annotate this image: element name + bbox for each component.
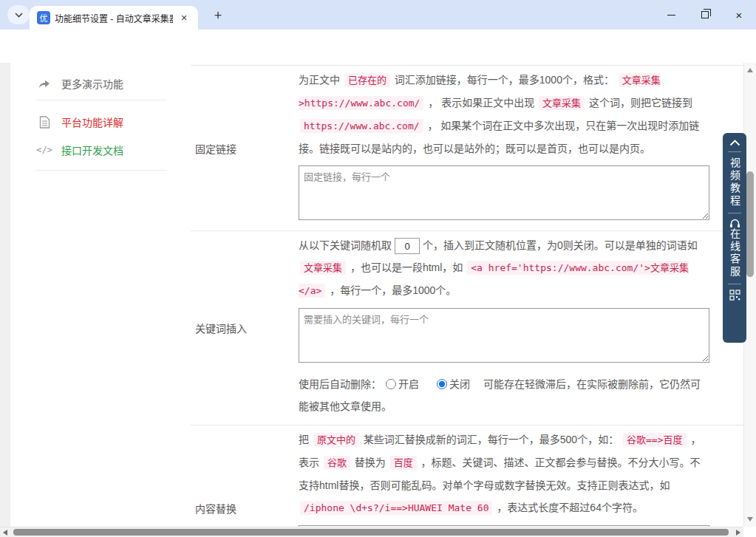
scroll-left-arrow[interactable] — [3, 530, 7, 536]
chevron-up-icon — [729, 140, 740, 146]
sidebar-divider — [35, 170, 167, 171]
scroll-up-arrow[interactable] — [747, 68, 753, 72]
code-snippet: 百度 — [390, 456, 417, 470]
description-text: ，表达式长度不超过64个字符。 — [494, 502, 642, 513]
scroll-right-arrow[interactable] — [736, 530, 740, 536]
code-snippet: 原文中的 — [313, 433, 359, 447]
code-icon: </> — [37, 145, 52, 155]
back-to-top-button[interactable] — [729, 140, 740, 146]
radio-input[interactable] — [386, 379, 396, 389]
sidebar-item-label: 接口开发文档 — [61, 143, 123, 157]
sidebar-item-api-docs[interactable]: </> 接口开发文档 — [10, 137, 191, 163]
window-controls: × — [654, 0, 756, 30]
active-tab[interactable]: 优 功能细节设置 - 自动文章采集器 × — [30, 6, 198, 30]
code-snippet: 谷歌 — [324, 456, 350, 470]
sidebar-item-more-demos[interactable]: 更多演示功能 — [10, 67, 191, 100]
description-text: 个，插入到正文随机位置，为0则关闭。可以是单独的词语如 — [423, 239, 698, 251]
field-description: 为正文中 已存在的 词汇添加链接，每行一个，最多1000个，格式： 文章采集>h… — [299, 69, 709, 160]
field-label: 内容替换 — [191, 425, 299, 537]
code-snippet: 文章采集 — [300, 261, 346, 275]
sidebar-divider — [35, 100, 167, 100]
description-text: 把 — [299, 434, 312, 445]
video-tutorial-button[interactable]: 视频教程 — [729, 157, 740, 208]
description-text: ，也可以是一段html，如 — [347, 261, 466, 273]
floating-help-bar: 视频教程 在线客服 — [723, 133, 746, 343]
sidebar: 更多演示功能 平台功能详解 </> 接口开发文档 — [10, 63, 191, 171]
radio-label: 关闭 — [449, 378, 470, 390]
auto-delete-label: 使用后自动删除： — [299, 378, 381, 390]
headset-icon — [729, 219, 740, 228]
radio-option[interactable]: 关闭 — [437, 378, 470, 390]
page-content: 更多演示功能 平台功能详解 </> 接口开发文档 固定链接 为正文中 — [0, 63, 756, 537]
new-tab-button[interactable]: + — [210, 7, 226, 24]
scroll-down-arrow[interactable] — [747, 517, 753, 521]
section-content-replace: 内容替换 把 原文中的 某些词汇替换成新的词汇，每行一个，最多500个，如： 谷… — [191, 425, 743, 537]
keyword-count-input[interactable] — [395, 238, 420, 254]
description-text: 这个词，则把它链接到 — [586, 97, 692, 109]
keywords-textarea[interactable] — [299, 308, 709, 363]
page-left-margin — [0, 63, 10, 527]
description-text: 替换为 — [352, 456, 389, 468]
code-snippet: /iphone \d+s?/i==>HUAWEI Mate 60 — [300, 501, 492, 515]
radio-option[interactable]: 开启 — [386, 378, 419, 390]
code-snippet: https://www.abc.com/ — [300, 119, 423, 133]
section-fixed-links: 固定链接 为正文中 已存在的 词汇添加链接，每行一个，最多1000个，格式： 文… — [191, 66, 743, 231]
window-close-button[interactable]: × — [722, 0, 756, 30]
description-text: 从以下关键词随机取 — [299, 239, 392, 251]
minimize-icon — [667, 15, 675, 16]
radio-label: 开启 — [398, 378, 419, 390]
auto-delete-row: 使用后自动删除：开启关闭可能存在轻微滞后，在实际被删除前，它仍然可能被其他文章使… — [299, 373, 709, 417]
share-arrow-icon — [37, 78, 52, 89]
fixed-links-textarea[interactable] — [299, 165, 709, 220]
tab-search-button[interactable] — [7, 5, 30, 24]
restore-button[interactable] — [688, 0, 722, 30]
minimize-button[interactable] — [654, 0, 688, 30]
sidebar-item-label: 平台功能详解 — [61, 114, 123, 129]
description-text: ， 表示如果正文中出现 — [425, 97, 537, 109]
sidebar-item-label: 更多演示功能 — [61, 76, 123, 91]
field-description: 把 原文中的 某些词汇替换成新的词汇，每行一个，最多500个，如： 谷歌==>百… — [299, 428, 709, 519]
tab-close-button[interactable]: × — [177, 11, 191, 24]
horizontal-scrollbar-thumb[interactable] — [13, 529, 729, 536]
divider — [728, 213, 741, 213]
chevron-down-icon — [15, 13, 23, 18]
description-text: ，每行一个，最多1000个。 — [327, 284, 456, 296]
field-label: 关键词插入 — [191, 231, 299, 425]
radio-input[interactable] — [437, 379, 447, 389]
field-description: 从以下关键词随机取个，插入到正文随机位置，为0则关闭。可以是单独的词语如 文章采… — [299, 234, 709, 302]
online-service-button[interactable]: 在线客服 — [729, 228, 740, 278]
description-text: 为正文中 — [299, 74, 343, 86]
browser-toolbar: ← → ⟳ ucaiyun.com/caiji/settings/ ☆ 井 ⋮ — [0, 30, 756, 63]
divider — [728, 151, 741, 152]
description-text: 某些词汇替换成新的词汇，每行一个，最多500个，如： — [361, 434, 622, 445]
browser-titlebar: 优 功能细节设置 - 自动文章采集器 × + × — [0, 0, 756, 30]
restore-icon — [701, 11, 709, 18]
description-text: 词汇添加链接，每行一个，最多1000个，格式： — [392, 74, 617, 86]
site-favicon: 优 — [37, 11, 50, 24]
qr-code-button[interactable] — [729, 290, 740, 301]
code-snippet: 已存在的 — [344, 73, 390, 87]
tab-title: 功能细节设置 - 自动文章采集器 — [55, 12, 173, 24]
auto-delete-options: 开启关闭 — [381, 378, 483, 390]
field-label: 固定链接 — [191, 66, 299, 230]
vertical-scrollbar-thumb[interactable] — [746, 171, 754, 277]
horizontal-scrollbar — [0, 527, 743, 537]
code-snippet: 文章采集 — [539, 96, 585, 110]
section-keyword-insert: 关键词插入 从以下关键词随机取个，插入到正文随机位置，为0则关闭。可以是单独的词… — [191, 231, 743, 425]
document-icon — [37, 116, 52, 129]
divider — [728, 284, 741, 284]
qr-code-icon — [729, 290, 740, 301]
sidebar-item-platform-features[interactable]: 平台功能详解 — [10, 107, 191, 137]
code-snippet: 谷歌==>百度 — [623, 433, 686, 447]
settings-form: 固定链接 为正文中 已存在的 词汇添加链接，每行一个，最多1000个，格式： 文… — [191, 65, 743, 537]
